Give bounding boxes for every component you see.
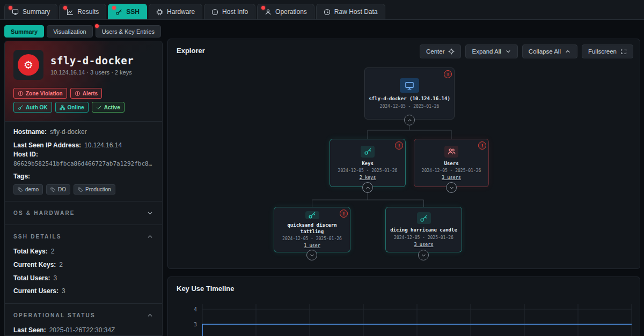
host-title: sfly-d-docker	[50, 55, 134, 66]
check-icon	[96, 104, 102, 110]
badge-online[interactable]: Online	[55, 102, 89, 113]
tag-icon	[78, 187, 83, 192]
host-logo-tile: ⚙	[13, 50, 43, 80]
monitor-icon	[400, 78, 419, 93]
graph-node-key-quicksand[interactable]: ! quicksand discern tattling 2024-12-05 …	[274, 207, 350, 252]
tab-results[interactable]: Results	[59, 4, 106, 19]
tag-chip[interactable]: DO	[46, 184, 70, 195]
notification-dot	[95, 24, 99, 28]
chart-icon	[67, 9, 74, 16]
badge-alerts[interactable]: Alerts	[70, 88, 102, 99]
key-icon	[18, 104, 24, 110]
subtab-visualization[interactable]: Visualization	[47, 25, 93, 38]
chevron-down-icon	[505, 48, 511, 55]
subtab-label: Summary	[11, 28, 38, 35]
keys-node-collapse-button[interactable]	[362, 182, 373, 193]
key-icon	[115, 9, 122, 16]
chevron-down-icon	[421, 252, 427, 258]
detail-row: Current Keys: 2	[13, 261, 153, 270]
app-root: Summary Results SSH Hardware Host Info O…	[0, 0, 644, 336]
explorer-toolbar: Center Expand All Collapse All Fullscree…	[420, 44, 633, 58]
alert-badge: !	[444, 70, 452, 78]
tag-chip[interactable]: Production	[74, 184, 115, 195]
fullscreen-button[interactable]: Fullscreen	[582, 44, 633, 58]
tab-label: Raw Host Data	[334, 8, 378, 16]
svg-text:3: 3	[194, 322, 197, 327]
key2-node-expand-button[interactable]	[418, 250, 429, 260]
graph-node-users[interactable]: ! Users 2024-12-05 - 2025-01-26 3 users	[414, 139, 489, 187]
host-subtitle: 10.124.16.14 · 3 users · 2 keys	[50, 69, 134, 76]
key-users-link[interactable]: 1 user	[304, 243, 320, 248]
tag-icon	[50, 187, 56, 192]
users-count-link[interactable]: 3 users	[442, 175, 461, 180]
host-details-section: Hostname: sfly-d-docker Last Seen IP Add…	[5, 122, 162, 201]
tab-ssh[interactable]: SSH	[108, 4, 147, 19]
tag-chips: demo DO Production	[13, 184, 153, 195]
detail-row: Last Seen: 2025-01-26T22:30:34Z	[13, 326, 153, 335]
host-hero-card: ⚙ sfly-d-docker 10.124.16.14 · 3 users ·…	[5, 41, 162, 122]
chip-icon	[156, 9, 163, 16]
key-users-link[interactable]: 3 users	[414, 242, 434, 247]
detail-row: Total Users: 3	[13, 274, 153, 283]
tab-label: Summary	[23, 8, 50, 16]
expand-all-button[interactable]: Expand All	[465, 44, 517, 58]
tab-host-info[interactable]: Host Info	[204, 4, 255, 19]
tab-label: Host Info	[222, 8, 248, 16]
operational-status-header[interactable]: OPERATIONAL STATUS	[13, 310, 153, 320]
status-badges: Zone Violation Alerts Auth OK Online Act…	[13, 88, 137, 113]
ssh-details-rows: Total Keys: 2 Current Keys: 2 Total User…	[13, 248, 153, 295]
center-button[interactable]: Center	[420, 44, 462, 58]
key-use-timeline-chart: 43	[175, 300, 635, 336]
graph-node-key-dicing[interactable]: dicing hurricane candle 2024-12-05 - 202…	[385, 207, 462, 252]
docker-logo-icon: ⚙	[18, 54, 39, 76]
tab-summary[interactable]: Summary	[4, 4, 57, 19]
alert-badge: !	[478, 141, 486, 150]
tag-chip[interactable]: demo	[13, 184, 43, 195]
host-summary-sidebar: ⚙ sfly-d-docker 10.124.16.14 · 3 users ·…	[4, 41, 163, 336]
graph-node-keys[interactable]: ! Keys 2024-12-05 - 2025-01-26 2 keys	[330, 139, 406, 187]
host-detail-rows: Hostname: sfly-d-docker Last Seen IP Add…	[13, 128, 153, 150]
chevron-up-icon	[407, 117, 413, 123]
os-hardware-header[interactable]: OS & HARDWARE	[13, 208, 153, 218]
fullscreen-icon	[620, 48, 627, 55]
subtab-label: Users & Key Entries	[102, 28, 155, 35]
tab-raw-host-data[interactable]: Raw Host Data	[316, 4, 385, 19]
tab-label: Results	[77, 8, 99, 16]
chevron-down-icon	[449, 185, 455, 191]
subtab-summary[interactable]: Summary	[4, 25, 44, 38]
host-node-collapse-button[interactable]	[404, 115, 415, 125]
chevron-down-icon	[309, 252, 315, 258]
chevron-up-icon	[565, 48, 571, 55]
notification-dot	[9, 6, 12, 10]
tab-operations[interactable]: Operations	[257, 4, 314, 19]
graph-node-host[interactable]: ! sfly-d-docker (10.124.16.14) 2024-12-0…	[364, 68, 455, 120]
explorer-panel: Explorer Center Expand All Collapse All …	[167, 39, 640, 269]
users-icon	[444, 146, 458, 158]
os-hardware-section: OS & HARDWARE	[5, 201, 162, 225]
tab-hardware[interactable]: Hardware	[149, 4, 202, 19]
chevron-up-icon	[365, 185, 371, 191]
crosshair-icon	[448, 48, 455, 55]
badge-auth-ok[interactable]: Auth OK	[13, 102, 52, 113]
subtab-label: Visualization	[53, 28, 86, 35]
subtab-users-key-entries[interactable]: Users & Key Entries	[96, 25, 161, 38]
operational-status-rows: Last Seen: 2025-01-26T22:30:34Z Last Sca…	[13, 326, 153, 336]
warning-icon	[75, 91, 80, 96]
key-use-timeline-panel: Key Use Timeline 43	[167, 277, 640, 336]
timeline-title: Key Use Timeline	[177, 285, 234, 293]
host-id-value: 86629b582541bfbca86d466727ab7a1292fbc835…	[13, 160, 153, 167]
key-icon	[361, 146, 375, 158]
badge-active[interactable]: Active	[92, 102, 125, 113]
badge-zone-violation[interactable]: Zone Violation	[13, 88, 67, 99]
tab-label: Hardware	[167, 8, 195, 16]
keys-count-link[interactable]: 2 keys	[360, 175, 376, 180]
ssh-details-header[interactable]: SSH DETAILS	[13, 232, 153, 242]
users-node-expand-button[interactable]	[446, 182, 457, 193]
collapse-all-button[interactable]: Collapse All	[522, 44, 577, 58]
chevron-up-icon	[147, 312, 153, 319]
sidebar-subtabs: Summary Visualization Users & Key Entrie…	[4, 25, 161, 38]
top-navigation-bar: Summary Results SSH Hardware Host Info O…	[0, 0, 644, 20]
tab-label: Operations	[275, 8, 307, 16]
key1-node-expand-button[interactable]	[306, 250, 317, 260]
operational-status-section: OPERATIONAL STATUS Last Seen: 2025-01-26…	[5, 304, 162, 336]
